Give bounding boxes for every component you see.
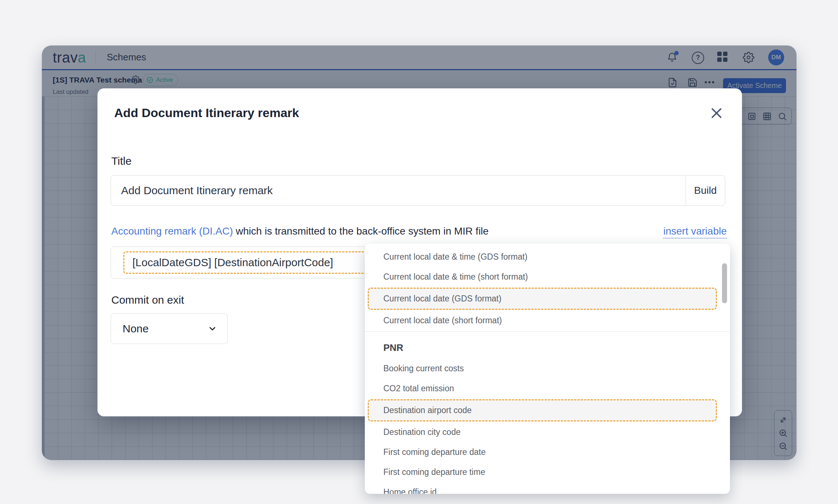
variable-list: Current local date & time (GDS format)Cu… [365, 244, 730, 494]
modal-title: Add Document Itinerary remark [114, 106, 299, 120]
build-button[interactable]: Build [686, 176, 725, 205]
page: trava Schemes ? [0, 0, 838, 504]
remark-description: Accounting remark (DI.AC) which is trans… [111, 225, 488, 237]
list-divider [365, 331, 730, 332]
close-icon[interactable] [709, 106, 724, 120]
chevron-down-icon [208, 324, 217, 333]
commit-on-exit-label: Commit on exit [111, 294, 184, 306]
insert-variable-link[interactable]: insert variable [663, 225, 727, 239]
variable-item[interactable]: Current local date & time (GDS format) [365, 247, 730, 267]
variable-item[interactable]: Current local date & time (short format) [365, 267, 730, 287]
commit-on-exit-select[interactable]: None [111, 313, 228, 344]
variable-item[interactable]: Destination airport code [368, 399, 717, 421]
variable-item[interactable]: CO2 total emission [365, 379, 730, 399]
variable-item[interactable]: Destination city code [365, 422, 730, 442]
remark-di-ac-link[interactable]: Accounting remark (DI.AC) [111, 225, 233, 237]
variables-dropdown: Current local date & time (GDS format)Cu… [365, 244, 730, 494]
variable-item[interactable]: First coming departure date [365, 442, 730, 462]
variable-item[interactable]: Home office id [365, 482, 730, 494]
title-field-label: Title [111, 155, 132, 167]
variable-item[interactable]: Current local date (short format) [365, 311, 730, 331]
title-input[interactable]: Add Document Itinerary remark Build [111, 175, 725, 206]
variable-item[interactable]: Booking current costs [365, 359, 730, 379]
remark-description-rest: which is transmitted to the back-office … [233, 225, 489, 237]
commit-on-exit-value: None [111, 323, 208, 335]
variable-item[interactable]: First coming departure time [365, 462, 730, 482]
scrollbar-thumb[interactable] [722, 263, 727, 303]
variable-item[interactable]: Current local date (GDS format) [368, 288, 717, 310]
variable-section-title: PNR [365, 337, 730, 359]
title-input-value[interactable]: Add Document Itinerary remark [111, 176, 686, 205]
